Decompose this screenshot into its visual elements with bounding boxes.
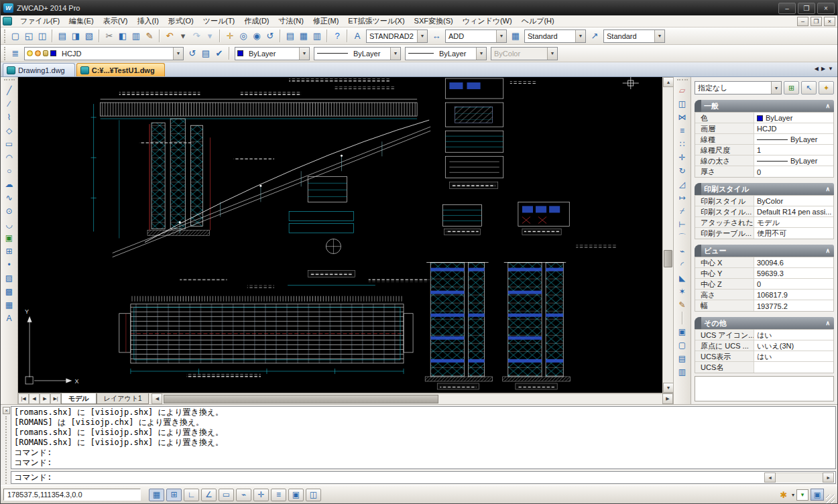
layout-toggle[interactable]: ◫ <box>306 489 321 501</box>
layer-previous-icon[interactable]: ↺ <box>186 47 199 60</box>
combo-arrow-icon[interactable]: ▼ <box>173 48 183 60</box>
menu-item[interactable]: ファイル(F) <box>15 15 64 27</box>
make-current-icon[interactable]: ✔ <box>213 47 226 60</box>
layout-nav-button[interactable]: ▶ <box>40 393 50 404</box>
osnap-toggle[interactable]: ▭ <box>219 489 234 501</box>
polar-toggle[interactable]: ∠ <box>201 489 217 501</box>
properties-icon[interactable]: ▤ <box>284 29 297 43</box>
document-tab[interactable]: Drawing1.dwg <box>3 63 75 76</box>
save-icon[interactable]: ◫ <box>36 29 49 43</box>
command-history[interactable]: [romans.shx] に [visiojp.shx] により置き換え。[RO… <box>11 406 836 469</box>
style-icon[interactable]: ▦ <box>509 29 522 43</box>
combo-arrow-icon[interactable]: ▼ <box>476 48 486 60</box>
layer-manager-icon[interactable]: ≣ <box>9 47 22 60</box>
property-value[interactable]: 使用不可 <box>754 228 833 239</box>
draworder-above-icon[interactable]: ▤ <box>676 352 689 365</box>
property-row[interactable]: 幅 193775.2 <box>695 300 833 311</box>
model-toggle[interactable]: ▣ <box>288 489 304 501</box>
prompt-scroll-left-icon[interactable]: ◀ <box>764 472 776 483</box>
draw-toolbar-grip[interactable] <box>4 79 15 82</box>
layout-nav-button[interactable]: ▶| <box>50 393 61 404</box>
toggle-pickadd-button[interactable]: ⊞ <box>784 81 799 94</box>
menu-item[interactable]: 作成(D) <box>239 15 274 27</box>
settings-arrow-icon[interactable]: ▾ <box>792 492 794 498</box>
menu-item[interactable]: 挿入(I) <box>132 15 163 27</box>
new-icon[interactable]: ▢ <box>9 29 22 43</box>
property-value[interactable]: 30094.6 <box>754 257 833 267</box>
separator[interactable] <box>52 29 53 42</box>
prompt-scroll-right-icon[interactable]: ▶ <box>823 472 834 483</box>
toolbar-grip[interactable] <box>4 29 7 43</box>
zoom-realtime-icon[interactable]: ◎ <box>237 29 250 43</box>
fullscreen-button[interactable]: ▣ <box>811 489 824 501</box>
cut-icon[interactable]: ✂ <box>103 29 116 43</box>
draworder-back-icon[interactable]: ▢ <box>676 338 689 351</box>
style-icon[interactable]: ↔ <box>430 29 443 43</box>
section-header[interactable]: ビュー ∧ <box>695 245 834 257</box>
combo-arrow-icon[interactable]: ▼ <box>390 48 400 60</box>
mirror-icon[interactable]: ⋈ <box>676 111 689 123</box>
draworder-front-icon[interactable]: ▣ <box>676 325 689 338</box>
property-value[interactable]: Default R14 pen assi... <box>754 206 833 216</box>
restore-button[interactable]: ❐ <box>798 3 815 14</box>
make-block-icon[interactable]: ⊞ <box>3 245 16 257</box>
property-value[interactable]: 0 <box>754 279 833 289</box>
ellipse-icon[interactable]: ⊙ <box>3 204 16 217</box>
menu-item[interactable]: ヘルプ(H) <box>517 15 559 27</box>
erase-icon[interactable]: ▱ <box>676 84 689 97</box>
select-objects-button[interactable]: ↖ <box>801 81 817 94</box>
preview-icon[interactable]: ◨ <box>69 29 82 43</box>
style-icon[interactable]: ↗ <box>588 29 601 43</box>
prompt-scroll-track[interactable] <box>776 472 823 483</box>
move-icon[interactable]: ✛ <box>676 151 689 164</box>
selection-combo[interactable]: 指定なし ▼ <box>695 81 782 94</box>
document-tab[interactable]: C:¥...¥TestU1.dwg <box>76 63 165 76</box>
vscroll-track[interactable] <box>663 87 673 383</box>
mdi-close-button[interactable]: × <box>824 17 835 26</box>
fillet-icon[interactable]: ◜ <box>676 258 689 271</box>
break-point-icon[interactable]: ⌒ <box>676 231 689 244</box>
style-icon[interactable]: A <box>351 29 364 43</box>
publish-icon[interactable]: ▧ <box>82 29 96 43</box>
lineweight-combo[interactable]: ByLayer ▼ <box>405 47 487 60</box>
property-value[interactable]: HCJD <box>754 123 833 133</box>
pan-icon[interactable]: ✛ <box>223 29 237 43</box>
property-row[interactable]: 中心 Y 59639.3 <box>695 268 833 279</box>
zoom-window-icon[interactable]: ◉ <box>250 29 263 43</box>
close-button[interactable]: × <box>817 3 835 14</box>
property-row[interactable]: 色 ByLayer <box>695 113 833 123</box>
insert-block-icon[interactable]: ▣ <box>3 231 16 244</box>
property-value[interactable]: ByLayer <box>754 134 833 144</box>
toolpalettes-icon[interactable]: ▥ <box>310 29 324 43</box>
property-row[interactable]: 印刷スタイル ByColor <box>695 196 833 206</box>
style-combo-box[interactable]: Standard ▼ <box>524 29 586 43</box>
combo-arrow-icon[interactable]: ▼ <box>496 30 506 42</box>
property-value[interactable]: モデル <box>754 217 833 227</box>
horizontal-scrollbar[interactable]: ◀ ▶ <box>152 393 673 404</box>
scroll-down-icon[interactable]: ▼ <box>663 383 674 393</box>
property-row[interactable]: 厚さ 0 <box>695 166 833 177</box>
tab-scroll-icon[interactable]: ▶ <box>821 64 825 74</box>
layer-combo[interactable]: HCJD ▼ <box>24 47 184 60</box>
style-combo-box[interactable]: ADD ▼ <box>445 29 507 43</box>
menu-item[interactable]: 寸法(N) <box>274 15 308 27</box>
section-header[interactable]: 一般 ∧ <box>695 100 834 112</box>
snap-toggle[interactable]: ▦ <box>149 489 164 501</box>
property-value[interactable]: はい <box>754 351 833 361</box>
toolbar-grip2[interactable] <box>4 47 7 60</box>
scroll-right-icon[interactable]: ▶ <box>662 393 673 404</box>
quick-select-button[interactable]: ✦ <box>819 81 834 94</box>
property-row[interactable]: UCS アイコン... はい <box>695 330 833 340</box>
vscroll-thumb[interactable] <box>664 250 672 267</box>
property-value[interactable] <box>754 362 833 373</box>
modify-toolbar-grip[interactable] <box>677 79 688 82</box>
combo-arrow-icon[interactable]: ▼ <box>575 30 585 42</box>
otrack-toggle[interactable]: ⌁ <box>236 489 251 501</box>
property-row[interactable]: 中心 Z 0 <box>695 279 833 290</box>
property-value[interactable]: 59639.3 <box>754 268 833 278</box>
hscroll-thumb[interactable] <box>164 395 438 403</box>
combo-arrow-icon[interactable]: ▼ <box>654 30 664 42</box>
property-row[interactable]: アタッチされた... モデル <box>695 217 833 228</box>
explode-icon[interactable]: ✶ <box>676 285 689 298</box>
dyn-toggle[interactable]: ✛ <box>253 489 269 501</box>
